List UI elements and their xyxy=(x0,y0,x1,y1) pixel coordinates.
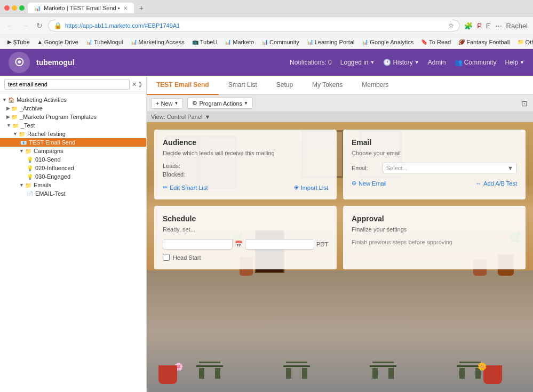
bookmark-marketo[interactable]: 📊 Marketo xyxy=(221,38,257,46)
bookmark-toread[interactable]: 🔖 To Read xyxy=(418,38,454,46)
extensions-icon[interactable]: 🧩 xyxy=(463,21,474,31)
bookmark-community[interactable]: 📊 Community xyxy=(258,38,303,46)
user-profile-btn[interactable]: Rachel xyxy=(505,21,529,31)
sidebar-item-archive[interactable]: ▶ 📁 _Archive xyxy=(0,104,146,113)
import-list-btn[interactable]: ⊕ Import List xyxy=(294,184,328,191)
community-nav[interactable]: 👥 Community xyxy=(455,59,497,66)
new-tab-btn[interactable]: + xyxy=(137,4,146,12)
sidebar-item-010-send[interactable]: 💡 010-Send xyxy=(0,155,146,164)
sidebar-item-test[interactable]: ▼ 📁 _Test xyxy=(0,121,146,130)
new-button[interactable]: + New ▼ xyxy=(151,98,183,109)
sidebar-item-campaigns[interactable]: ▼ 📁 Campaigns xyxy=(0,147,146,155)
app-brand: tubemogul xyxy=(36,58,75,67)
forward-btn[interactable]: → xyxy=(19,20,31,31)
panels-container: Audience Decide which leads will receive… xyxy=(147,122,533,392)
tubeu-icon: 📺 xyxy=(192,39,198,45)
search-go-btn[interactable]: ⟫ xyxy=(139,81,142,88)
help-nav[interactable]: Help ▼ xyxy=(505,59,524,66)
sidebar-item-030-engaged[interactable]: 💡 030-Engaged xyxy=(0,172,146,181)
close-window-btn[interactable] xyxy=(4,5,10,11)
collapse-panel-btn[interactable]: ⊡ xyxy=(520,98,529,109)
refresh-btn[interactable]: ↻ xyxy=(34,20,45,31)
edit-smart-list-label: Edit Smart List xyxy=(170,185,208,191)
bookmark-tubemogul[interactable]: 📊 TubeMogul xyxy=(83,38,126,46)
campaign-icon: 💡 xyxy=(27,165,33,171)
schedule-time-input[interactable] xyxy=(245,239,315,250)
browser-tab-active[interactable]: 📊 Marketo | TEST Email Send • ✕ xyxy=(28,3,134,13)
bookmark-learning[interactable]: 📊 Learning Portal xyxy=(304,38,358,46)
back-btn[interactable]: ← xyxy=(4,20,16,31)
bookmark-fantasy[interactable]: 🏈 Fantasy Football xyxy=(455,38,513,46)
bookmark-marketing-access[interactable]: 📊 Marketing Access xyxy=(128,38,188,46)
stube-icon: ▶ xyxy=(7,39,12,45)
bookmark-label: Other Bookmarks xyxy=(526,39,533,45)
extension2-icon[interactable]: E xyxy=(485,21,492,31)
analytics-icon: 📊 xyxy=(362,39,368,45)
campaign-icon: 💡 xyxy=(27,174,33,180)
tab-my-tokens[interactable]: My Tokens xyxy=(303,76,352,95)
pinterest-icon[interactable]: P xyxy=(476,21,483,31)
bookmark-google-drive[interactable]: ▲ Google Drive xyxy=(34,38,82,46)
email-dropdown-caret-icon: ▼ xyxy=(507,165,513,171)
new-email-btn[interactable]: ⊕ New Email xyxy=(352,180,387,187)
other-bookmarks-icon: 📁 xyxy=(518,39,524,45)
bookmark-stube[interactable]: ▶ $Tube xyxy=(4,38,33,46)
app-logo[interactable]: ⦿ xyxy=(9,52,30,73)
notifications-label: Notifications: 0 xyxy=(290,59,332,66)
tubemogul-icon: 📊 xyxy=(86,39,92,45)
sidebar-item-marketing-activities[interactable]: ▼ 🏠 Marketing Activities xyxy=(0,95,146,104)
leads-label: Leads: xyxy=(163,163,189,169)
program-actions-caret-icon: ▼ xyxy=(244,101,248,106)
sidebar-item-marketo-templates[interactable]: ▶ 📁 _Marketo Program Templates xyxy=(0,113,146,121)
maximize-window-btn[interactable] xyxy=(19,5,25,11)
expand-icon: ▼ xyxy=(19,182,24,188)
view-caret-icon[interactable]: ▼ xyxy=(204,114,210,120)
sidebar-item-rachel-testing[interactable]: ▼ 📁 Rachel Testing xyxy=(0,130,146,138)
logged-in-nav[interactable]: Logged in ▼ xyxy=(340,59,375,66)
minimize-window-btn[interactable] xyxy=(12,5,17,11)
audience-blocked-field: Blocked: xyxy=(163,171,328,178)
sidebar-item-test-email-send[interactable]: 📧 TEST Email Send xyxy=(0,138,146,147)
calendar-icon[interactable]: 📅 xyxy=(235,241,243,248)
tab-test-email-send[interactable]: TEST Email Send xyxy=(147,76,219,95)
bookmark-star-icon[interactable]: ☆ xyxy=(448,22,454,29)
program-actions-button[interactable]: ⚙ Program Actions ▼ xyxy=(187,98,253,109)
sidebar-item-email-test[interactable]: 📄 EMAIL-Test xyxy=(0,189,146,198)
tab-close-btn[interactable]: ✕ xyxy=(123,5,128,11)
bookmark-analytics[interactable]: 📊 Google Analytics xyxy=(359,38,417,46)
more-options-btn[interactable]: ⋯ xyxy=(494,21,503,31)
tab-members[interactable]: Members xyxy=(352,76,398,95)
bookmarks-bar: ▶ $Tube ▲ Google Drive 📊 TubeMogul 📊 Mar… xyxy=(0,35,533,49)
address-bar[interactable]: 🔒 https://app-ab11.marketo.com/#EBP1749A… xyxy=(48,20,460,31)
help-caret-icon: ▼ xyxy=(520,60,524,65)
admin-nav[interactable]: Admin xyxy=(428,59,446,66)
bookmark-other[interactable]: 📁 Other Bookmarks xyxy=(514,38,533,46)
schedule-date-input[interactable] xyxy=(163,239,233,250)
history-nav[interactable]: 🕐 History ▼ xyxy=(383,59,419,66)
folder-icon: 📁 xyxy=(25,148,31,154)
head-start-checkbox[interactable] xyxy=(163,254,170,261)
lock-icon: 🔒 xyxy=(54,22,62,29)
expand-icon: ▼ xyxy=(19,148,24,154)
schedule-panel-subtitle: Ready, set... xyxy=(163,226,328,233)
email-select-dropdown[interactable]: Select... ▼ xyxy=(383,163,517,173)
title-bar: 📊 Marketo | TEST Email Send • ✕ + xyxy=(0,0,533,16)
ab-icon: ↔ xyxy=(475,180,481,187)
search-clear-btn[interactable]: ✕ xyxy=(132,81,137,88)
tab-setup[interactable]: Setup xyxy=(267,76,303,95)
sidebar-item-020-influenced[interactable]: 💡 020-Influenced xyxy=(0,164,146,172)
new-btn-label: New xyxy=(161,100,172,107)
add-ab-test-btn[interactable]: ↔ Add A/B Test xyxy=(475,180,517,187)
edit-smart-list-btn[interactable]: ✏ Edit Smart List xyxy=(163,184,208,191)
window-controls xyxy=(4,5,25,11)
search-input[interactable] xyxy=(4,79,130,90)
audience-panel: Audience Decide which leads will receive… xyxy=(154,130,337,199)
notifications-nav[interactable]: Notifications: 0 xyxy=(290,59,332,66)
sidebar-item-emails-folder[interactable]: ▼ 📁 Emails xyxy=(0,181,146,189)
view-bar: View: Control Panel ▼ xyxy=(147,112,533,122)
tree-item-label: _Test xyxy=(21,122,35,129)
bookmark-tubeu[interactable]: 📺 TubeU xyxy=(189,38,221,46)
app-header: ⦿ tubemogul Notifications: 0 Logged in ▼… xyxy=(0,49,533,76)
folder-icon: 📁 xyxy=(25,182,31,188)
tab-smart-list[interactable]: Smart List xyxy=(219,76,267,95)
